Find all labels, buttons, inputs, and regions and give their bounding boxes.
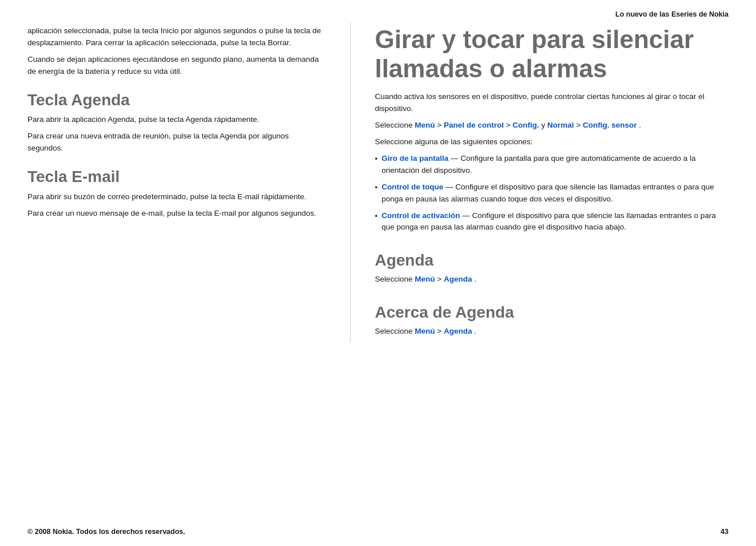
bullet-1-link[interactable]: Giro de la pantalla — [381, 154, 448, 163]
acerca-section: Acerca de Agenda Seleccione Menú > Agend… — [375, 303, 729, 338]
agenda-body: Seleccione Menú > Agenda . — [375, 274, 729, 286]
breadcrumb-sep2: > — [506, 121, 513, 129]
breadcrumb-end: . — [639, 121, 641, 129]
agenda-p2: Para crear una nueva entrada de reunión,… — [27, 130, 321, 155]
breadcrumb-normal-link[interactable]: Normal — [547, 121, 574, 129]
intro-p2: Cuando se dejan aplicaciones ejecutándos… — [27, 54, 321, 78]
email-p2: Para crear un nuevo mensaje de e-mail, p… — [27, 208, 321, 220]
bullet-2-marker: • — [375, 182, 377, 194]
left-column: aplicación seleccionada, pulse la tecla … — [27, 23, 344, 342]
columns-wrapper: aplicación seleccionada, pulse la tecla … — [0, 23, 756, 342]
bullet-2-content: Control de toque — Configure el disposit… — [381, 181, 729, 205]
tecla-agenda-heading: Tecla Agenda — [27, 90, 321, 110]
main-heading: Girar y tocar para silenciar llamadas o … — [375, 25, 729, 83]
agenda-sep: > — [437, 275, 444, 283]
bullet-item-3: • Control de activación — Configure el d… — [375, 210, 729, 234]
right-intro: Cuando activa los sensores en el disposi… — [375, 91, 729, 115]
breadcrumb-menu-link[interactable]: Menú — [415, 121, 435, 129]
header-title: Lo nuevo de las Eseries de Nokia — [615, 10, 729, 18]
bullet-item-2: • Control de toque — Configure el dispos… — [375, 181, 729, 205]
agenda-heading: Agenda — [375, 251, 729, 270]
acerca-end: . — [474, 327, 476, 335]
acerca-agenda-link[interactable]: Agenda — [444, 327, 472, 335]
bullet-1-marker: • — [375, 153, 377, 165]
acerca-pre: Seleccione — [375, 327, 412, 335]
agenda-pre: Seleccione — [375, 275, 412, 283]
bullet-3-link[interactable]: Control de activación — [381, 211, 460, 220]
agenda-link[interactable]: Agenda — [444, 275, 472, 283]
bullet-3-content: Control de activación — Configure el dis… — [381, 210, 729, 234]
right-column: Girar y tocar para silenciar llamadas o … — [356, 23, 729, 342]
options-intro: Seleccione alguna de las siguientes opci… — [375, 136, 729, 148]
breadcrumb-sep1: > — [437, 121, 444, 129]
breadcrumb-pre: Seleccione — [375, 121, 412, 129]
agenda-end: . — [474, 275, 476, 283]
agenda-section: Agenda Seleccione Menú > Agenda . — [375, 251, 729, 286]
bullet-item-1: • Giro de la pantalla — Configure la pan… — [375, 153, 729, 177]
acerca-heading: Acerca de Agenda — [375, 303, 729, 322]
acerca-sep: > — [437, 327, 444, 335]
footer-page-number: 43 — [721, 528, 729, 536]
breadcrumb-panel-link[interactable]: Panel de control — [444, 121, 504, 129]
page-footer: © 2008 Nokia. Todos los derechos reserva… — [0, 528, 756, 536]
bullet-3-marker: • — [375, 211, 377, 223]
email-p1: Para abrir su buzón de correo predetermi… — [27, 191, 321, 203]
agenda-menu-link[interactable]: Menú — [415, 275, 435, 283]
options-list: • Giro de la pantalla — Configure la pan… — [375, 153, 729, 234]
column-divider — [350, 23, 351, 342]
breadcrumb-y: y — [542, 121, 548, 129]
agenda-p1: Para abrir la aplicación Agenda, pulse l… — [27, 114, 321, 126]
acerca-body: Seleccione Menú > Agenda . — [375, 326, 729, 338]
bullet-2-link[interactable]: Control de toque — [381, 183, 443, 191]
breadcrumb-line: Seleccione Menú > Panel de control > Con… — [375, 120, 729, 132]
footer-left: © 2008 Nokia. Todos los derechos reserva… — [27, 528, 185, 536]
intro-p1: aplicación seleccionada, pulse la tecla … — [27, 25, 321, 49]
breadcrumb-sensor-link[interactable]: Config. sensor — [583, 121, 637, 129]
acerca-menu-link[interactable]: Menú — [415, 327, 435, 335]
breadcrumb-sep3: > — [576, 121, 583, 129]
tecla-email-heading: Tecla E-mail — [27, 167, 321, 187]
page-header: Lo nuevo de las Eseries de Nokia — [0, 0, 756, 23]
page: Lo nuevo de las Eseries de Nokia aplicac… — [0, 0, 756, 546]
bullet-1-content: Giro de la pantalla — Configure la panta… — [381, 153, 729, 177]
breadcrumb-config-link[interactable]: Config. — [512, 121, 539, 129]
